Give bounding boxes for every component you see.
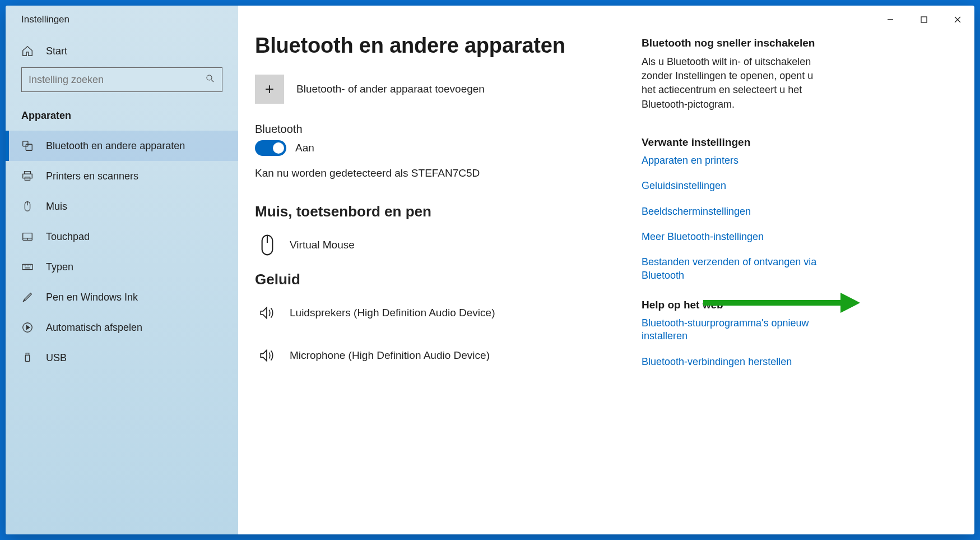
search-icon xyxy=(205,73,215,86)
sidebar-item-typing[interactable]: Typen xyxy=(6,252,238,282)
content-column: Bluetooth en andere apparaten + Bluetoot… xyxy=(255,34,625,534)
aside-quick-title: Bluetooth nog sneller inschakelen xyxy=(642,37,821,49)
link-more-bluetooth-settings[interactable]: Meer Bluetooth-instellingen xyxy=(642,230,821,243)
page-title: Bluetooth en andere apparaten xyxy=(255,34,625,58)
device-label: Microphone (High Definition Audio Device… xyxy=(290,349,490,362)
keyboard-icon xyxy=(21,261,34,273)
search-input[interactable] xyxy=(29,74,197,86)
mouse-device-icon xyxy=(258,234,276,256)
svg-rect-6 xyxy=(23,141,28,146)
category-header: Apparaten xyxy=(6,103,238,131)
bluetooth-label: Bluetooth xyxy=(255,123,625,136)
link-reinstall-bt-drivers[interactable]: Bluetooth-stuurprogramma's opnieuw insta… xyxy=(642,317,821,343)
printer-icon xyxy=(21,170,34,182)
aside-quick-text: Als u Bluetooth wilt in- of uitschakelen… xyxy=(642,55,821,112)
link-fix-bt-connections[interactable]: Bluetooth-verbindingen herstellen xyxy=(642,356,821,368)
mouse-icon xyxy=(21,200,34,213)
sidebar-item-label: Printers en scanners xyxy=(46,170,138,182)
link-sound-settings[interactable]: Geluidsinstellingen xyxy=(642,179,821,192)
main-content: Bluetooth en andere apparaten + Bluetoot… xyxy=(238,6,974,534)
svg-rect-25 xyxy=(25,355,29,361)
svg-rect-16 xyxy=(22,264,32,269)
speaker-icon xyxy=(258,344,276,367)
aside-help-title: Help op het web xyxy=(642,299,821,311)
svg-rect-7 xyxy=(26,144,32,150)
link-devices-printers[interactable]: Apparaten en printers xyxy=(642,154,821,167)
window-title: Instellingen xyxy=(6,6,238,34)
aside-related-title: Verwante instellingen xyxy=(642,136,821,149)
speaker-icon xyxy=(258,302,276,324)
sidebar-item-pen[interactable]: Pen en Windows Ink xyxy=(6,282,238,312)
maximize-button[interactable] xyxy=(907,6,941,34)
svg-rect-10 xyxy=(25,177,30,181)
sidebar-item-label: Typen xyxy=(46,261,73,273)
device-label: Luidsprekers (High Definition Audio Devi… xyxy=(290,307,495,319)
window-controls xyxy=(874,6,974,34)
sidebar-item-bluetooth[interactable]: Bluetooth en andere apparaten xyxy=(6,131,238,161)
pen-icon xyxy=(21,291,34,303)
plus-icon: + xyxy=(255,75,284,104)
sidebar-item-label: Touchpad xyxy=(46,231,90,243)
link-send-receive-files[interactable]: Bestanden verzenden of ontvangen via Blu… xyxy=(642,256,821,282)
aside-column: Bluetooth nog sneller inschakelen Als u … xyxy=(642,34,826,534)
section-sound-heading: Geluid xyxy=(255,271,625,288)
touchpad-icon xyxy=(21,230,34,243)
close-button[interactable] xyxy=(941,6,974,34)
svg-line-5 xyxy=(211,80,213,82)
devices-icon xyxy=(21,140,34,152)
sidebar-item-label: Pen en Windows Ink xyxy=(46,292,138,303)
sidebar-item-touchpad[interactable]: Touchpad xyxy=(6,221,238,252)
svg-rect-8 xyxy=(25,172,31,174)
svg-point-4 xyxy=(207,75,212,80)
sidebar-item-mouse[interactable]: Muis xyxy=(6,191,238,221)
device-label: Virtual Mouse xyxy=(290,239,355,251)
link-display-settings[interactable]: Beeldscherminstellingen xyxy=(642,205,821,218)
usb-icon xyxy=(21,352,34,364)
sidebar-item-label: Automatisch afspelen xyxy=(46,322,142,334)
toggle-state: Aan xyxy=(295,142,314,154)
sidebar-item-label: Bluetooth en andere apparaten xyxy=(46,140,185,152)
settings-window: Instellingen Start Apparaten Bluetooth e… xyxy=(6,6,974,534)
device-row-speakers[interactable]: Luidsprekers (High Definition Audio Devi… xyxy=(255,296,625,339)
home-label: Start xyxy=(46,45,67,57)
sidebar-item-printers[interactable]: Printers en scanners xyxy=(6,161,238,191)
autoplay-icon xyxy=(21,321,34,334)
section-mouse-heading: Muis, toetsenbord en pen xyxy=(255,203,625,220)
sidebar-item-autoplay[interactable]: Automatisch afspelen xyxy=(6,312,238,343)
sidebar-item-label: USB xyxy=(46,352,67,364)
detectable-text: Kan nu worden gedetecteerd als STEFAN7C5… xyxy=(255,167,625,179)
svg-marker-29 xyxy=(840,293,860,313)
device-row-microphone[interactable]: Microphone (High Definition Audio Device… xyxy=(255,339,625,381)
minimize-button[interactable] xyxy=(874,6,907,34)
home-icon xyxy=(21,45,34,57)
sidebar: Instellingen Start Apparaten Bluetooth e… xyxy=(6,6,238,534)
add-device-label: Bluetooth- of ander apparaat toevoegen xyxy=(296,83,485,95)
add-device-button[interactable]: + Bluetooth- of ander apparaat toevoegen xyxy=(255,75,625,104)
sidebar-item-label: Muis xyxy=(46,201,67,213)
svg-rect-1 xyxy=(921,17,927,22)
device-row-mouse[interactable]: Virtual Mouse xyxy=(255,228,625,271)
search-box[interactable] xyxy=(21,67,222,92)
bluetooth-toggle[interactable] xyxy=(255,140,286,156)
svg-rect-9 xyxy=(23,174,32,178)
home-link[interactable]: Start xyxy=(6,34,238,67)
sidebar-item-usb[interactable]: USB xyxy=(6,343,238,373)
